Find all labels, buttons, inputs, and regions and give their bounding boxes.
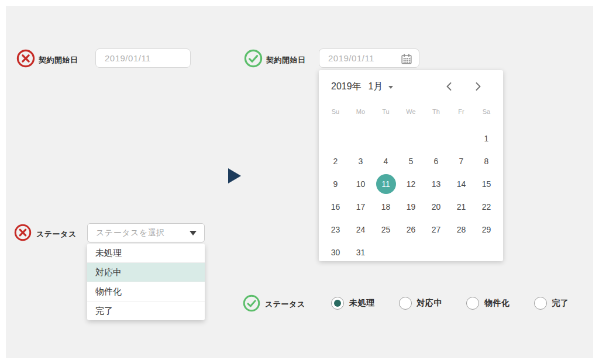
calendar-day[interactable]: 22 (474, 195, 499, 218)
calendar-day[interactable]: 9 (323, 172, 348, 195)
calendar-day[interactable]: 18 (373, 195, 398, 218)
month-year-selector[interactable]: 2019年 1月 (331, 81, 393, 93)
calendar-day-number (326, 129, 346, 148)
status-option[interactable]: 対応中 (87, 263, 205, 282)
calendar-day-number: 30 (326, 242, 346, 262)
flow-arrow-icon (228, 168, 241, 183)
calendar-day-number: 6 (426, 151, 446, 171)
radio-circle-icon (534, 297, 547, 310)
calendar-day[interactable]: 27 (424, 218, 449, 241)
weekday-label: Mo (348, 107, 373, 116)
calendar-day[interactable]: 6 (424, 150, 449, 172)
calendar-day[interactable] (449, 127, 474, 150)
calendar-year-label: 2019年 (331, 81, 362, 93)
status-radio-label: 物件化 (484, 298, 510, 308)
calendar-day[interactable]: 15 (474, 172, 499, 195)
calendar-day-number: 17 (351, 197, 371, 217)
calendar-day[interactable]: 19 (398, 195, 424, 218)
calendar-day[interactable]: 3 (348, 150, 373, 172)
status-option[interactable]: 未処理 (87, 244, 205, 263)
date-text-input-value: 2019/01/11 (96, 53, 151, 63)
calendar-day[interactable]: 1 (474, 127, 499, 150)
date-text-input[interactable]: 2019/01/11 (95, 48, 191, 68)
calendar-day-number: 5 (401, 151, 421, 171)
date-picker-input[interactable]: 2019/01/11 (319, 48, 419, 68)
calendar-day[interactable]: 5 (398, 150, 424, 172)
status-radio-label: 対応中 (417, 298, 443, 308)
calendar-day[interactable] (424, 127, 449, 150)
calendar-day[interactable]: 26 (398, 218, 424, 241)
status-select[interactable]: ステータスを選択 (87, 223, 205, 242)
calendar-day[interactable]: 10 (348, 172, 373, 195)
radio-circle-icon (466, 297, 479, 310)
weekday-label: Sa (474, 107, 499, 116)
calendar-day[interactable] (398, 127, 424, 150)
calendar-day[interactable]: 17 (348, 195, 373, 218)
calendar-day[interactable]: 11 (373, 172, 398, 195)
status-radio[interactable]: 完了 (534, 297, 569, 310)
chevron-left-icon[interactable] (443, 80, 456, 93)
calendar-day[interactable] (373, 127, 398, 150)
calendar-day[interactable]: 4 (373, 150, 398, 172)
calendar-day[interactable]: 31 (348, 241, 373, 264)
status-select-placeholder: ステータスを選択 (88, 224, 204, 242)
error-x-icon (16, 49, 35, 68)
page: 契約開始日 2019/01/11 契約開始日 2019/01/11 (0, 0, 599, 364)
calendar-day-grid: 1 2 3 4 5 6 (323, 127, 499, 264)
status-option[interactable]: 物件化 (87, 282, 205, 301)
status-label: ステータス (36, 229, 77, 240)
calendar-day-number: 2 (326, 151, 346, 171)
calendar-day-number: 22 (477, 197, 497, 217)
calendar-day-number: 28 (452, 220, 471, 240)
calendar-day[interactable] (348, 127, 373, 150)
caret-down-icon (190, 231, 197, 235)
calendar-day-number (452, 129, 471, 148)
status-radio[interactable]: 対応中 (399, 297, 443, 310)
calendar-day[interactable]: 21 (449, 195, 474, 218)
status-option[interactable]: 完了 (87, 301, 205, 320)
weekday-header-row: SuMoTuWeThFrSa (323, 107, 499, 116)
status-option-list: 未処理 対応中 物件化 完了 (87, 244, 205, 320)
calendar-day-number: 10 (351, 174, 371, 194)
calendar-icon[interactable] (401, 53, 412, 64)
date-picker-popup: 2019年 1月 SuMoTuWeThFrSa (319, 70, 503, 261)
error-x-icon (14, 224, 32, 241)
weekday-label: Tu (373, 107, 398, 116)
calendar-day[interactable]: 14 (449, 172, 474, 195)
weekday-label: We (398, 107, 424, 116)
calendar-day-number: 14 (452, 174, 471, 194)
calendar-day-number: 29 (477, 220, 497, 240)
chevron-right-icon[interactable] (471, 80, 484, 93)
status-label: ステータス (265, 299, 305, 310)
status-radio[interactable]: 未処理 (331, 297, 375, 310)
calendar-day[interactable]: 7 (449, 150, 474, 172)
calendar-day-number: 19 (401, 197, 421, 217)
caret-down-icon (388, 86, 393, 89)
contract-start-date-label: 契約開始日 (39, 55, 78, 65)
calendar-day[interactable]: 29 (474, 218, 499, 241)
calendar-day-number: 21 (452, 197, 471, 217)
calendar-day[interactable]: 2 (323, 150, 348, 172)
calendar-day[interactable]: 8 (474, 150, 499, 172)
calendar-day[interactable]: 25 (373, 218, 398, 241)
calendar-day-number: 23 (326, 220, 346, 240)
radio-circle-icon (399, 297, 412, 310)
calendar-day[interactable]: 20 (424, 195, 449, 218)
calendar-day[interactable]: 12 (398, 172, 424, 195)
calendar-day-number: 9 (326, 174, 346, 194)
calendar-day[interactable]: 23 (323, 218, 348, 241)
calendar-day-number: 3 (351, 151, 371, 171)
calendar-day[interactable]: 16 (323, 195, 348, 218)
calendar-day[interactable]: 13 (424, 172, 449, 195)
weekday-label: Th (424, 107, 449, 116)
calendar-day-number: 20 (426, 197, 446, 217)
calendar-day[interactable]: 24 (348, 218, 373, 241)
calendar-day[interactable]: 30 (323, 241, 348, 264)
calendar-day-number: 15 (477, 174, 497, 194)
calendar-day-number: 24 (351, 220, 371, 240)
calendar-day[interactable]: 28 (449, 218, 474, 241)
calendar-day[interactable] (323, 127, 348, 150)
status-radio-label: 未処理 (349, 298, 375, 308)
status-radio[interactable]: 物件化 (466, 297, 510, 310)
calendar-day-number: 18 (376, 197, 396, 217)
